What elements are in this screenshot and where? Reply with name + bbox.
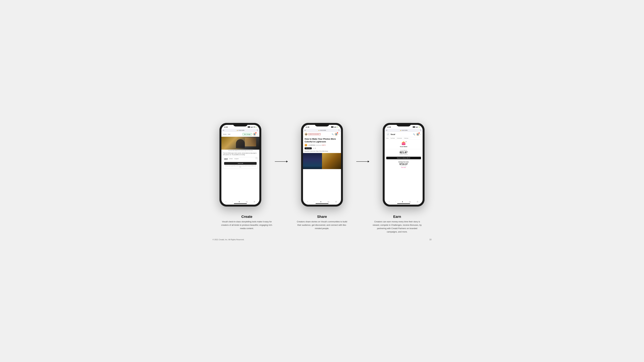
bookmarks-icon-1[interactable]: 📖	[246, 201, 248, 203]
site-nav-2: 📷 ¡PHOTOGRAPHY¹ 🔍 👤 2 ▾	[303, 132, 341, 137]
vocal-header: 🎵 Vocal 🔍 👤 2 ▾	[385, 132, 422, 137]
tabs-icon-3[interactable]: ⬜	[417, 201, 418, 202]
image-caption: The same edits adapted across several im…	[222, 150, 259, 152]
author-avatar	[304, 144, 307, 146]
photo-right	[322, 153, 341, 169]
select-file-button[interactable]: Select a file	[224, 162, 257, 165]
browser-url-3: 🔒 vocal.media	[388, 130, 419, 131]
upload-section: ✕ Upload Embed Unsplash Select a file Fo…	[222, 156, 259, 169]
phone-create-section: 11:53 ▋▋▋ WiFi 5G 🔋 AA 🔒 vocal.media	[209, 123, 272, 207]
create-label-section: Create Vocal's best-in-class storytellin…	[209, 215, 284, 233]
browser-bar-1[interactable]: AA 🔒 vocal.media ↻	[222, 129, 259, 132]
facebook-icon[interactable]: ⓕ	[314, 148, 316, 149]
home-indicator-1	[222, 203, 259, 205]
category-link[interactable]: HOW TO	[322, 145, 326, 146]
tab-upload[interactable]: Upload	[224, 158, 228, 160]
page-number: 10	[430, 238, 432, 241]
status-time-1: 11:53	[224, 126, 228, 128]
share-label-section: Share Creators share stories on Vocal's …	[284, 215, 360, 233]
share-icon-2[interactable]: ⬆	[320, 201, 322, 203]
withdraw-button[interactable]: Request to withdraw $821.87	[386, 157, 421, 159]
status-icons-1: ▋▋▋ WiFi 5G 🔋	[248, 126, 257, 128]
refresh-icon-1[interactable]: ↻	[257, 129, 258, 131]
browser-bar-2[interactable]: AA 🔒 vocal.media ↻	[303, 129, 341, 132]
chevron-down-icon-2: ▾	[339, 134, 340, 135]
chevron-down-icon: ▾	[257, 134, 258, 135]
avatar-badge-2: 2	[337, 132, 338, 133]
nav-more[interactable]: ›	[410, 138, 410, 139]
bookmarks-icon-3[interactable]: 📖	[409, 201, 411, 203]
nav-top-stories[interactable]: Top Stories	[390, 138, 395, 139]
phone-notch-2	[315, 123, 329, 126]
forward-icon-2[interactable]: ›	[314, 201, 314, 203]
wifi-icon-1: WiFi	[251, 127, 253, 128]
phone-earn-section: 11:30 ▋▋▋ WiFi 🔋 AA 🔒 vocal.media	[372, 123, 435, 207]
twitter-icon[interactable]: 𝕏	[313, 148, 314, 149]
view-stats-link[interactable]: View Stats	[386, 167, 421, 168]
tab-unsplash[interactable]: Unsplash	[234, 158, 238, 160]
forward-icon-3[interactable]: ›	[395, 201, 396, 203]
vocal-logo: 🎵 Vocal	[386, 133, 395, 136]
author-info: by OLIVER DAHL 5 months ago in HOW TO	[308, 145, 326, 146]
save-changes-button[interactable]: Save changes	[242, 133, 252, 135]
avatar-badge-3: 2	[418, 132, 420, 134]
bookmarks-icon-2[interactable]: 📖	[328, 201, 329, 203]
tabs-icon-1[interactable]: ⬜	[254, 201, 255, 202]
subscribe-row: Subscribed 𝕏 ⓕ	[303, 147, 341, 150]
article-image-1	[222, 137, 259, 150]
browser-bar-3[interactable]: AA 🔒 vocal.media ↻	[385, 129, 422, 132]
search-icon-2[interactable]: 🔍	[332, 133, 334, 135]
nav-communities[interactable]: Communities	[397, 138, 402, 139]
battery-icon-2: 🔋	[337, 126, 338, 128]
signal-icon-3: ▋▋▋	[413, 126, 415, 128]
breadcrumb-stories[interactable]: Stories	[223, 134, 226, 135]
chevron-icon: ›	[227, 134, 227, 135]
avatar-1: 👤 2	[253, 133, 256, 136]
close-icon[interactable]: ✕	[255, 157, 258, 159]
photo-left	[303, 153, 322, 169]
article-lead: Beautiful Colors Are Only a Few Edits Aw…	[303, 150, 341, 153]
phone-screen-1: 11:53 ▋▋▋ WiFi 5G 🔋 AA 🔒 vocal.media	[222, 125, 259, 205]
wallet-title: Vocal Wallet	[400, 146, 407, 147]
forward-icon-1[interactable]: ›	[232, 201, 233, 203]
back-icon-1[interactable]: ‹	[226, 201, 226, 203]
lock-icon-3: 🔒	[400, 130, 401, 131]
phone-screen-2: 11:36 ▋▋▋ WiFi 🔋 AA 🔒 vocal.media	[303, 125, 341, 205]
vocal-nav: Home Top Stories Communities Challenges …	[385, 137, 422, 139]
breadcrumb: Stories › Draft	[223, 134, 230, 135]
nav-challenges[interactable]: Challenges	[404, 138, 408, 139]
back-icon-2[interactable]: ‹	[307, 201, 308, 203]
upload-note: For best results, upload PNG or JPG imag…	[224, 165, 257, 168]
share-icon-3[interactable]: ⬆	[402, 201, 403, 203]
avatar-badge-1: 2	[255, 132, 256, 133]
earn-desc: Creators can earn money every time their…	[372, 220, 423, 233]
phone-share: 11:36 ▋▋▋ WiFi 🔋 AA 🔒 vocal.media	[301, 123, 343, 207]
battery-icon-1: 5G 🔋	[254, 126, 257, 128]
tab-embed[interactable]: Embed	[229, 158, 233, 160]
nav-actions-2: 🔍 👤 2 ▾	[332, 133, 340, 136]
browser-aa-2: AA	[304, 130, 306, 131]
refresh-icon-2[interactable]: ↻	[338, 129, 340, 131]
browser-bottom-bar-1: ‹ › ⬆ 📖 ⬜	[222, 200, 259, 203]
wallet-icon-container: 👛 $	[401, 141, 406, 145]
article-photo-grid	[303, 153, 341, 169]
balance-label: Current Balance	[386, 150, 421, 151]
back-icon-3[interactable]: ‹	[389, 201, 389, 203]
share-icon-1[interactable]: ⬆	[238, 201, 240, 203]
balance-amount: 821.87	[386, 151, 421, 154]
phone-create: 11:53 ▋▋▋ WiFi 5G 🔋 AA 🔒 vocal.media	[220, 123, 261, 207]
wallet-icon: 👛	[401, 141, 406, 145]
nav-home[interactable]: Home	[386, 138, 389, 139]
tabs-icon-2[interactable]: ⬜	[335, 201, 337, 202]
browser-aa-3: AA	[386, 130, 387, 131]
article-text-1: There are infinite ways to take a pictur…	[222, 152, 259, 156]
earnings-amount: $710.37	[386, 163, 421, 165]
phones-row: 11:53 ▋▋▋ WiFi 5G 🔋 AA 🔒 vocal.media	[209, 123, 435, 207]
subscribed-button[interactable]: Subscribed	[304, 147, 312, 149]
search-icon-3[interactable]: 🔍	[413, 133, 415, 135]
status-icons-3: ▋▋▋ WiFi 🔋	[413, 126, 420, 128]
publication-avatar: 📷	[304, 133, 308, 136]
refresh-icon-3[interactable]: ↻	[420, 129, 421, 131]
status-time-2: 11:36	[306, 126, 309, 128]
create-title: Create	[212, 215, 281, 219]
